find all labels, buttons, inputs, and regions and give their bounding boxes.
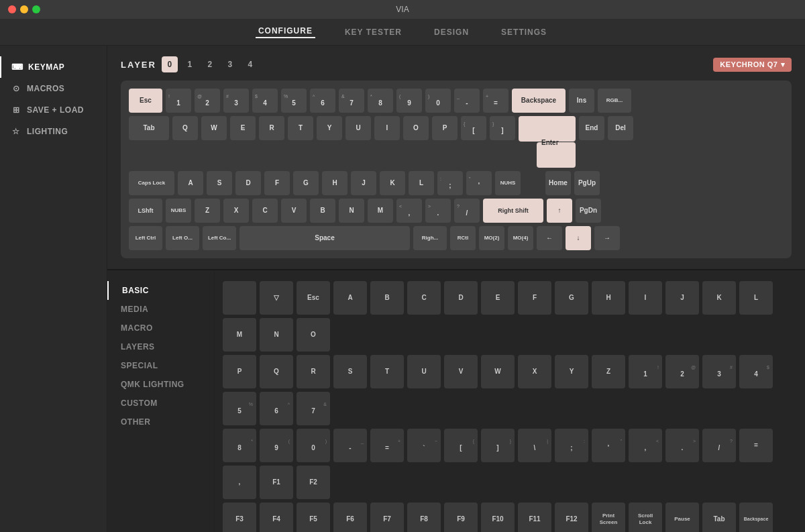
key-a[interactable]: A xyxy=(178,171,203,195)
key-ralt[interactable]: Righ... xyxy=(413,226,447,250)
key-s[interactable]: S xyxy=(207,171,232,195)
key-equals[interactable]: += xyxy=(483,89,508,113)
key-nuhs[interactable]: NUHS xyxy=(495,171,521,195)
gkey-cm[interactable]: , xyxy=(223,466,256,499)
gkey-excl[interactable]: !1 xyxy=(629,355,662,388)
gkey-lparen[interactable]: (9 xyxy=(260,429,293,462)
key-enter[interactable]: Enter xyxy=(519,116,576,168)
key-capslock[interactable]: Caps Lock xyxy=(129,171,174,195)
gkey-i[interactable]: I xyxy=(629,281,662,315)
lower-sidebar-other[interactable]: OTHER xyxy=(107,413,214,431)
gkey-r[interactable]: R xyxy=(297,355,330,388)
gkey-k[interactable]: K xyxy=(702,281,736,315)
key-y[interactable]: Y xyxy=(317,116,342,140)
gkey-underscore[interactable]: _- xyxy=(333,429,367,462)
key-1[interactable]: !1 xyxy=(166,89,191,113)
lower-sidebar-basic[interactable]: BASIC xyxy=(107,281,214,300)
gkey-b[interactable]: B xyxy=(370,281,404,315)
key-j[interactable]: J xyxy=(351,171,376,195)
key-b[interactable]: B xyxy=(310,199,335,223)
key-q[interactable]: Q xyxy=(172,116,198,140)
gkey-z[interactable]: Z xyxy=(592,355,625,388)
key-r[interactable]: R xyxy=(259,116,284,140)
gkey-dollar[interactable]: $4 xyxy=(739,355,773,388)
key-m[interactable]: M xyxy=(368,199,393,223)
gkey-e[interactable]: E xyxy=(481,281,515,315)
key-rgb[interactable]: RGB... xyxy=(598,89,631,113)
key-left[interactable]: ← xyxy=(537,226,562,250)
key-pgup[interactable]: PgUp xyxy=(574,171,600,195)
layer-btn-0[interactable]: 0 xyxy=(162,56,178,72)
gkey-o[interactable]: O xyxy=(297,318,330,352)
gkey-j[interactable]: J xyxy=(665,281,699,315)
key-home[interactable]: Home xyxy=(545,171,571,195)
lower-sidebar-custom[interactable]: CUSTOM xyxy=(107,394,214,413)
key-o[interactable]: O xyxy=(403,116,429,140)
gkey-lt[interactable]: <, xyxy=(629,429,662,462)
gkey-ast[interactable]: *8 xyxy=(223,429,256,462)
gkey-empty[interactable] xyxy=(223,281,256,315)
gkey-plus[interactable]: += xyxy=(370,429,404,462)
key-tab[interactable]: Tab xyxy=(129,116,169,140)
key-rbracket[interactable]: }] xyxy=(490,116,515,140)
key-4[interactable]: $4 xyxy=(252,89,278,113)
gkey-q[interactable]: Q xyxy=(260,355,293,388)
gkey-rparen[interactable]: )0 xyxy=(297,429,330,462)
key-minus[interactable]: _- xyxy=(454,89,480,113)
lower-sidebar-media[interactable]: MEDIA xyxy=(107,300,214,319)
layer-btn-4[interactable]: 4 xyxy=(242,56,258,72)
lower-sidebar-macro[interactable]: MACRO xyxy=(107,319,214,337)
gkey-pct[interactable]: %5 xyxy=(223,392,256,425)
lower-sidebar-special[interactable]: SPECIAL xyxy=(107,356,214,375)
gkey-at[interactable]: @2 xyxy=(665,355,699,388)
gkey-dquote[interactable]: "' xyxy=(592,429,625,462)
gkey-v[interactable]: V xyxy=(444,355,478,388)
key-7[interactable]: &7 xyxy=(339,89,364,113)
key-down[interactable]: ↓ xyxy=(566,226,591,250)
close-button[interactable] xyxy=(8,5,16,13)
gkey-h[interactable]: H xyxy=(592,281,625,315)
key-2[interactable]: @2 xyxy=(195,89,220,113)
gkey-qmark[interactable]: ?/ xyxy=(702,429,736,462)
gkey-f10[interactable]: F10 xyxy=(481,502,515,532)
gkey-scrlk[interactable]: ScrollLock xyxy=(629,502,662,532)
gkey-pipe[interactable]: |\ xyxy=(518,429,551,462)
key-3[interactable]: #3 xyxy=(223,89,249,113)
key-e[interactable]: E xyxy=(230,116,256,140)
gkey-f2[interactable]: F2 xyxy=(297,466,330,499)
gkey-esc[interactable]: Esc xyxy=(297,281,330,315)
key-ins[interactable]: Ins xyxy=(569,89,594,113)
gkey-m[interactable]: M xyxy=(223,318,256,352)
key-c[interactable]: C xyxy=(252,199,278,223)
maximize-button[interactable] xyxy=(32,5,40,13)
sidebar-item-lighting[interactable]: ☆ LIGHTING xyxy=(0,121,107,142)
gkey-g[interactable]: G xyxy=(555,281,588,315)
gkey-tilde[interactable]: ~` xyxy=(407,429,441,462)
key-h[interactable]: H xyxy=(322,171,347,195)
key-lwin[interactable]: Left O... xyxy=(166,226,199,250)
gkey-t[interactable]: T xyxy=(370,355,404,388)
key-end[interactable]: End xyxy=(579,116,604,140)
key-t[interactable]: T xyxy=(288,116,313,140)
gkey-f1[interactable]: F1 xyxy=(260,466,293,499)
gkey-amp[interactable]: &7 xyxy=(297,392,330,425)
key-6[interactable]: ^6 xyxy=(310,89,335,113)
gkey-a[interactable]: A xyxy=(333,281,367,315)
key-up[interactable]: ↑ xyxy=(547,199,572,223)
gkey-f3[interactable]: F3 xyxy=(223,502,256,532)
gkey-lcurly[interactable]: {[ xyxy=(444,429,478,462)
gkey-y[interactable]: Y xyxy=(555,355,588,388)
gkey-colon[interactable]: :; xyxy=(555,429,588,462)
key-lctrl[interactable]: Left Ctrl xyxy=(129,226,162,250)
gkey-s[interactable]: S xyxy=(333,355,367,388)
gkey-f5[interactable]: F5 xyxy=(297,502,330,532)
sidebar-item-macros[interactable]: ⊙ MACROS xyxy=(0,78,107,99)
key-8[interactable]: *8 xyxy=(368,89,393,113)
minimize-button[interactable] xyxy=(20,5,28,13)
gkey-eq[interactable]: = xyxy=(739,429,773,462)
gkey-f11[interactable]: F11 xyxy=(518,502,551,532)
key-f[interactable]: F xyxy=(264,171,290,195)
key-mo4[interactable]: MO(4) xyxy=(508,226,533,250)
key-u[interactable]: U xyxy=(345,116,371,140)
gkey-f7[interactable]: F7 xyxy=(370,502,404,532)
